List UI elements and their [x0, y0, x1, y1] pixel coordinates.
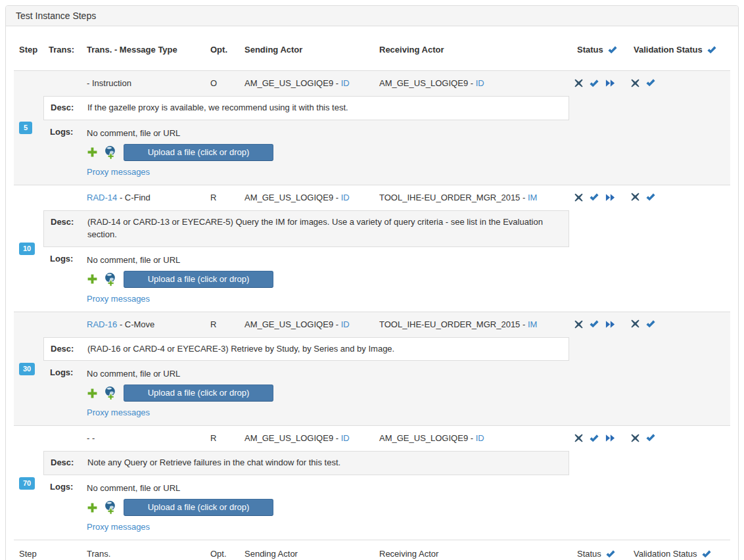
check-icon[interactable]	[590, 79, 599, 88]
upload-file-button[interactable]: Upload a file (click or drop)	[124, 385, 273, 402]
step-number-badge: 5	[19, 122, 32, 134]
footer-validation-status: Validation Status	[634, 549, 697, 559]
table-footer-row: Step Trans. Opt. Sending Actor Receiving…	[14, 540, 730, 560]
transaction-link[interactable]: RAD-14	[87, 193, 117, 202]
check-icon[interactable]	[646, 193, 655, 202]
cross-icon[interactable]	[574, 320, 583, 329]
sending-actor: AM_GE_US_LOGIQE9 -	[244, 193, 338, 202]
plus-icon[interactable]	[87, 147, 98, 158]
check-icon[interactable]	[608, 45, 617, 55]
desc-label: Desc:	[51, 457, 87, 469]
sending-actor-link[interactable]: ID	[341, 193, 350, 202]
globe-plus-icon[interactable]	[104, 272, 118, 287]
transaction-row: 70 - - R AM_GE_US_LOGIQE9 - ID AM_GE_US_…	[14, 426, 730, 450]
message-type: - -	[87, 433, 95, 443]
globe-plus-icon[interactable]	[104, 500, 118, 515]
upload-file-button[interactable]: Upload a file (click or drop)	[124, 499, 273, 516]
steps-table: Step Trans: Trans. - Message Type Opt. S…	[14, 26, 730, 560]
step-description: Note any Query or Retrieve failures in t…	[87, 457, 562, 469]
message-type: - C-Move	[120, 319, 154, 329]
header-receiving-actor: Receiving Actor	[374, 26, 569, 71]
message-type: - C-Find	[120, 193, 151, 202]
proxy-messages-link[interactable]: Proxy messages	[87, 167, 150, 177]
step-group: 10 RAD-14 - C-Find R AM_GE_US_LOGIQE9 - …	[14, 185, 730, 312]
transaction-row: 10 RAD-14 - C-Find R AM_GE_US_LOGIQE9 - …	[14, 185, 730, 209]
cross-icon[interactable]	[631, 319, 639, 328]
sending-actor-link[interactable]: ID	[341, 319, 350, 329]
step-description: (RAD-14 or CARD-13 or EYECARE-5) Query t…	[87, 216, 562, 241]
receiving-actor-link[interactable]: IM	[528, 319, 537, 329]
receiving-actor: TOOL_IHE-EU_ORDER_MGR_2015 -	[379, 319, 525, 329]
proxy-messages-link[interactable]: Proxy messages	[87, 408, 150, 417]
proxy-messages-link[interactable]: Proxy messages	[87, 294, 150, 304]
check-icon[interactable]	[707, 45, 716, 55]
cross-icon[interactable]	[574, 79, 583, 87]
logs-label: Logs:	[50, 254, 87, 304]
optionality: R	[205, 312, 239, 336]
cross-icon[interactable]	[631, 434, 639, 442]
footer-status: Status	[577, 549, 601, 559]
check-icon[interactable]	[646, 319, 655, 329]
plus-icon[interactable]	[87, 502, 98, 513]
receiving-actor: AM_GE_US_LOGIQE9 -	[379, 78, 473, 88]
receiving-actor: TOOL_IHE-EU_ORDER_MGR_2015 -	[379, 193, 525, 202]
test-instance-steps-panel: Test Instance Steps Step Trans: Trans. -…	[5, 5, 739, 560]
sending-actor-link[interactable]: ID	[341, 78, 350, 88]
cross-icon[interactable]	[631, 79, 639, 87]
header-validation-status: Validation Status	[634, 45, 703, 55]
desc-label: Desc:	[51, 343, 87, 356]
receiving-actor-link[interactable]: ID	[476, 78, 484, 88]
footer-trans: Trans.	[81, 540, 205, 560]
proxy-messages-link[interactable]: Proxy messages	[87, 522, 150, 532]
cross-icon[interactable]	[631, 193, 639, 201]
check-icon[interactable]	[590, 193, 599, 202]
check-icon[interactable]	[646, 433, 655, 442]
check-icon[interactable]	[590, 319, 599, 329]
header-sending-actor: Sending Actor	[239, 26, 374, 71]
transaction-row: 5 - Instruction O AM_GE_US_LOGIQE9 - ID …	[14, 71, 730, 95]
receiving-actor-link[interactable]: ID	[476, 433, 484, 443]
logs-label: Logs:	[50, 367, 87, 417]
header-opt: Opt.	[205, 26, 239, 71]
globe-plus-icon[interactable]	[104, 386, 118, 400]
footer-opt: Opt.	[205, 540, 239, 560]
cross-icon[interactable]	[574, 434, 583, 442]
footer-sending-actor: Sending Actor	[239, 540, 374, 560]
footer-step: Step	[14, 540, 43, 560]
optionality: O	[205, 71, 239, 95]
logs-empty-text: No comment, file or URL	[87, 128, 569, 138]
step-group: 30 RAD-16 - C-Move R AM_GE_US_LOGIQE9 - …	[14, 312, 730, 426]
skip-icon[interactable]	[605, 193, 615, 202]
sending-actor: AM_GE_US_LOGIQE9 -	[244, 78, 338, 88]
step-number-badge: 70	[19, 477, 35, 490]
check-icon[interactable]	[702, 549, 711, 559]
upload-file-button[interactable]: Upload a file (click or drop)	[124, 144, 273, 161]
header-trans: Trans:	[43, 26, 81, 71]
globe-plus-icon[interactable]	[104, 145, 118, 160]
table-header-row: Step Trans: Trans. - Message Type Opt. S…	[14, 26, 730, 71]
step-number-badge: 30	[19, 363, 35, 375]
transaction-link[interactable]: RAD-16	[87, 319, 117, 329]
sending-actor-link[interactable]: ID	[341, 433, 350, 443]
step-group: 5 - Instruction O AM_GE_US_LOGIQE9 - ID …	[14, 71, 730, 185]
optionality: R	[205, 185, 239, 209]
step-description: If the gazelle proxy is available, we re…	[87, 102, 562, 114]
sending-actor: AM_GE_US_LOGIQE9 -	[244, 319, 338, 329]
receiving-actor-link[interactable]: IM	[528, 193, 537, 202]
check-icon[interactable]	[606, 549, 615, 559]
footer-receiving-actor: Receiving Actor	[374, 540, 569, 560]
plus-icon[interactable]	[87, 388, 98, 399]
step-group: 70 - - R AM_GE_US_LOGIQE9 - ID AM_GE_US_…	[14, 426, 730, 540]
upload-file-button[interactable]: Upload a file (click or drop)	[124, 271, 273, 288]
skip-icon[interactable]	[605, 319, 615, 329]
desc-label: Desc:	[51, 216, 87, 241]
plus-icon[interactable]	[87, 273, 98, 285]
check-icon[interactable]	[590, 434, 599, 443]
skip-icon[interactable]	[605, 433, 615, 443]
cross-icon[interactable]	[574, 193, 583, 202]
panel-title: Test Instance Steps	[6, 6, 738, 26]
skip-icon[interactable]	[605, 78, 615, 88]
step-number-badge: 10	[19, 243, 35, 255]
check-icon[interactable]	[646, 78, 655, 87]
logs-empty-text: No comment, file or URL	[87, 369, 569, 379]
